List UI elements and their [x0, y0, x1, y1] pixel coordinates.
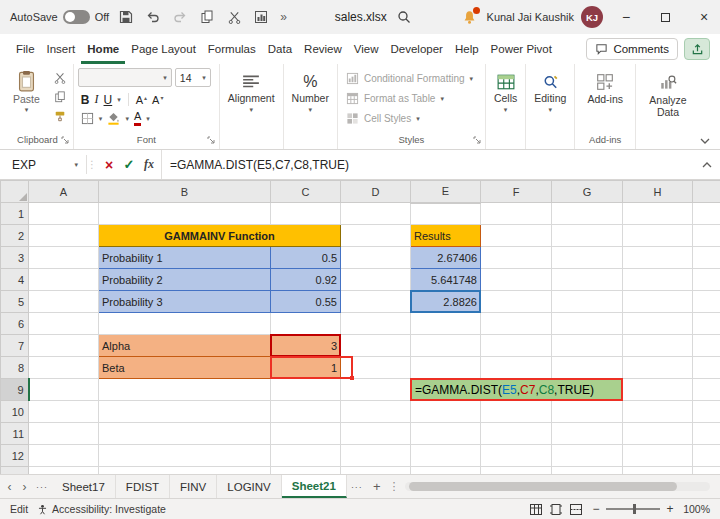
close-button[interactable]: ×	[688, 0, 720, 34]
cell[interactable]	[341, 335, 411, 357]
underline-dropdown-icon[interactable]: ▾	[117, 96, 121, 103]
cell[interactable]	[341, 401, 411, 423]
row-header-12[interactable]: 12	[1, 445, 29, 467]
cell-c4[interactable]: 0.92	[271, 269, 341, 291]
horizontal-scrollbar-thumb[interactable]	[409, 482, 678, 491]
row-header-11[interactable]: 11	[1, 423, 29, 445]
tab-formulas[interactable]: Formulas	[202, 34, 262, 64]
row-header-3[interactable]: 3	[1, 247, 29, 269]
cell[interactable]	[29, 401, 99, 423]
horizontal-scrollbar[interactable]	[405, 482, 710, 491]
cell[interactable]	[623, 335, 693, 357]
column-header-h[interactable]: H	[623, 181, 693, 203]
cell[interactable]	[693, 423, 720, 445]
cell[interactable]	[99, 423, 271, 445]
cell[interactable]	[411, 467, 481, 475]
cell[interactable]	[693, 335, 720, 357]
normal-view-icon[interactable]	[530, 504, 542, 515]
cell[interactable]	[552, 423, 623, 445]
page-layout-view-icon[interactable]	[550, 504, 562, 515]
column-header-e[interactable]: E	[411, 181, 481, 203]
column-header-b[interactable]: B	[99, 181, 271, 203]
cell[interactable]	[99, 401, 271, 423]
cell[interactable]	[411, 357, 481, 379]
comments-button[interactable]: Comments	[586, 38, 678, 60]
cell[interactable]	[29, 225, 99, 247]
maximize-button[interactable]	[649, 0, 681, 34]
quick-access-overflow-icon[interactable]: »	[278, 10, 289, 24]
row-header-10[interactable]: 10	[1, 401, 29, 423]
cell[interactable]	[623, 357, 693, 379]
column-header-g[interactable]: G	[552, 181, 623, 203]
decrease-font-button[interactable]: A▾	[152, 94, 163, 106]
formula-input[interactable]: =GAMMA.DIST(E5,C7,C8,TRUE)	[161, 150, 694, 179]
styles-dialog-launcher[interactable]	[473, 136, 481, 144]
cell[interactable]	[481, 357, 552, 379]
copy-button[interactable]	[197, 4, 217, 30]
more-sheets-left-icon[interactable]: ···	[32, 482, 52, 492]
cell[interactable]	[411, 401, 481, 423]
format-painter-button[interactable]	[51, 108, 69, 123]
cell-c3[interactable]: 0.5	[271, 247, 341, 269]
increase-font-button[interactable]: A▴	[136, 94, 147, 106]
cell[interactable]	[552, 401, 623, 423]
cell[interactable]	[481, 401, 552, 423]
analyze-data-button[interactable]: Analyze Data	[636, 64, 700, 149]
column-header-a[interactable]: A	[29, 181, 99, 203]
cell[interactable]	[552, 269, 623, 291]
font-size-select[interactable]: 14▾	[175, 68, 211, 87]
cell[interactable]	[623, 467, 693, 475]
sheet-tab-loginv[interactable]: LOGINV	[217, 475, 281, 498]
row-header-2[interactable]: 2	[1, 225, 29, 247]
tab-home[interactable]: Home	[81, 34, 125, 64]
cell[interactable]	[99, 203, 271, 225]
cell-e4[interactable]: 5.641748	[411, 269, 481, 291]
cell[interactable]	[623, 445, 693, 467]
cell[interactable]	[29, 445, 99, 467]
chart-button[interactable]	[251, 4, 271, 30]
name-box[interactable]: EXP ▾	[0, 150, 86, 179]
conditional-formatting-button[interactable]: Conditional Formatting ▾	[344, 70, 479, 86]
cell[interactable]	[99, 379, 271, 401]
cell[interactable]	[29, 357, 99, 379]
column-header-c[interactable]: C	[271, 181, 341, 203]
cell[interactable]	[693, 225, 720, 247]
cell[interactable]	[481, 335, 552, 357]
cell[interactable]	[552, 203, 623, 225]
sheet-tab-sheet21[interactable]: Sheet21	[282, 475, 347, 498]
tab-developer[interactable]: Developer	[385, 34, 449, 64]
cell[interactable]	[693, 247, 720, 269]
cell[interactable]	[271, 445, 341, 467]
row-header-6[interactable]: 6	[1, 313, 29, 335]
select-all-corner[interactable]	[1, 181, 29, 203]
column-header-f[interactable]: F	[481, 181, 552, 203]
tab-file[interactable]: File	[10, 34, 41, 64]
cell[interactable]	[29, 313, 99, 335]
next-sheet-button[interactable]: ›	[17, 480, 32, 494]
paste-button[interactable]: Paste ▾	[6, 67, 47, 123]
font-color-button[interactable]: A	[134, 111, 141, 126]
tab-insert[interactable]: Insert	[41, 34, 82, 64]
cell-c5[interactable]: 0.55	[271, 291, 341, 313]
cell[interactable]	[29, 467, 99, 475]
redo-button[interactable]	[170, 4, 190, 30]
cell[interactable]	[552, 225, 623, 247]
cell[interactable]	[341, 313, 411, 335]
insert-function-button[interactable]: fx	[139, 153, 159, 177]
cell[interactable]	[341, 379, 411, 401]
accessibility-checker[interactable]: Accessibility: Investigate	[37, 503, 166, 515]
share-button[interactable]	[684, 38, 710, 60]
cell[interactable]	[623, 401, 693, 423]
row-header-13[interactable]: 13	[1, 467, 29, 475]
avatar[interactable]: KJ	[581, 6, 603, 28]
cell[interactable]	[99, 467, 271, 475]
fill-color-dropdown-icon[interactable]: ▾	[125, 115, 129, 122]
tab-page-layout[interactable]: Page Layout	[125, 34, 202, 64]
cell[interactable]	[623, 423, 693, 445]
cell[interactable]	[693, 291, 720, 313]
cell-b5[interactable]: Probability 3	[99, 291, 271, 313]
sheet-tab-sheet17[interactable]: Sheet17	[52, 475, 116, 498]
bold-button[interactable]: B	[81, 93, 90, 107]
cell[interactable]	[411, 203, 481, 225]
cell[interactable]	[411, 445, 481, 467]
